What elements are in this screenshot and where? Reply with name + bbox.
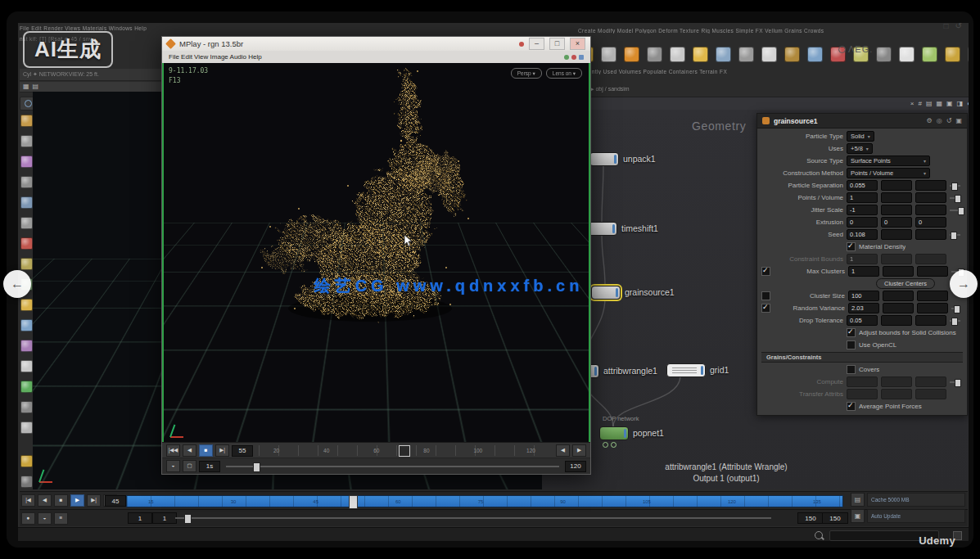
range-end-field-2[interactable]: 150 [822,512,848,524]
param-field[interactable] [881,254,912,264]
lens-mode-pill[interactable]: Lens on ▾ [546,68,582,79]
player-corner-icon[interactable]: ↺ [955,21,962,30]
param-slider[interactable] [950,317,963,325]
node-body[interactable] [599,426,629,440]
param-field[interactable] [917,303,948,313]
param-field[interactable] [917,266,948,277]
transport-button[interactable]: ■ [54,494,68,507]
network-toolbar-icon[interactable]: ● [967,101,969,107]
param-field[interactable]: 1 [848,266,879,277]
param-slider[interactable] [950,206,963,214]
playback-option-icon[interactable]: ▢ [183,460,196,472]
tool-icon[interactable] [20,299,33,311]
param-slider[interactable] [950,194,963,202]
shelf-tool-icon[interactable] [647,47,662,62]
param-field[interactable] [883,303,914,313]
tool-icon[interactable] [20,401,33,413]
param-field[interactable] [847,376,878,387]
playback-option-icon[interactable]: ◒ [38,512,52,525]
shelf-tool-icon[interactable] [784,47,800,62]
shelf-tool-icon[interactable] [624,47,639,62]
param-field[interactable]: 0.055 [847,180,878,191]
playback-range-bar[interactable]: 153045607590105120135 [126,495,843,507]
param-field[interactable] [915,205,946,215]
param-button[interactable]: Cluster Centers [876,278,935,289]
shelf-tool-icon[interactable] [807,47,823,62]
blue-tool-icon[interactable] [579,55,584,60]
tool-icon[interactable] [20,196,33,209]
close-button[interactable]: × [570,38,585,50]
transport-button[interactable]: |◀◀ [166,444,180,457]
tool-icon[interactable] [20,115,33,127]
slider-handle[interactable] [951,318,958,326]
param-dropdown[interactable]: Surface Points▾ [847,156,930,166]
param-slider[interactable] [951,304,963,313]
transport-button[interactable]: |◀ [21,494,35,507]
param-field[interactable] [883,291,914,301]
range-slider[interactable] [175,517,771,519]
node-unpack[interactable]: unpack1 [589,152,656,165]
frame-ruler[interactable]: 20406080100120 [259,445,550,456]
node-timeshift[interactable]: timeshift1 [588,222,658,235]
param-checkbox[interactable] [761,267,770,276]
video-frame[interactable]: File Edit Render Views Materials Windows… [7,11,973,548]
end-frame-field[interactable]: 120 [565,461,586,472]
tool-icon[interactable] [20,176,33,188]
param-field[interactable]: 1 [847,192,878,203]
shelf-tool-icon[interactable] [899,47,915,62]
network-path-bar[interactable]: ▸ obj / sandsim [591,86,837,92]
param-field[interactable] [915,389,946,399]
step-button[interactable]: ◀ [556,444,570,457]
param-field[interactable]: 0 [847,217,878,228]
transport-button[interactable]: ■ [199,444,213,457]
param-field[interactable]: 0 [915,217,946,228]
param-field[interactable]: 0 [881,217,912,228]
node-flags[interactable] [603,442,616,448]
tool-icon[interactable] [20,422,33,434]
previous-slide-button[interactable]: ← [3,270,31,298]
speed-field[interactable]: 1s [199,461,220,472]
pane-tab-bar[interactable]: Cyl ✦ NETWORKVIEW: 25 ft. [20,69,169,81]
shelf-tool-icon[interactable] [945,47,960,62]
slider-handle[interactable] [951,183,958,191]
range-start-field-2[interactable]: 1 [152,512,177,524]
playback-option-icon[interactable]: ≡ [54,512,68,525]
transport-button[interactable]: ◀ [183,444,196,457]
network-toolbar-icon[interactable]: ▣ [946,101,953,107]
network-toolbar-icon[interactable]: # [918,101,921,107]
param-field[interactable] [915,192,946,203]
slider-handle[interactable] [954,305,960,313]
param-field[interactable]: 1 [847,254,878,264]
param-field[interactable] [847,389,878,399]
network-toolbar-icon[interactable]: ▤ [926,101,933,107]
panel-icon[interactable]: ▣ [851,509,865,523]
main-menubar[interactable]: File Edit Render Views Materials Windows… [20,25,164,31]
network-toolbar-icon[interactable]: × [910,101,915,107]
transport-button[interactable]: ▶ [70,494,84,507]
parameter-panel-header[interactable]: grainsource1 ⚙◎↺▣ [757,114,967,128]
slider-handle[interactable] [253,462,260,472]
range-start-field[interactable]: 1 [128,512,152,524]
slider-handle[interactable] [958,207,964,215]
param-checkbox[interactable] [847,242,856,251]
maximize-button[interactable]: □ [549,38,565,50]
param-checkbox[interactable] [847,402,856,411]
param-dropdown[interactable]: Solid▾ [847,131,874,142]
panel-header-icon[interactable]: ◎ [937,118,942,124]
playback-option-icon[interactable]: ◒ [166,460,180,472]
param-field[interactable]: -1 [847,205,878,215]
network-toolbar-icon[interactable]: ▦ [936,101,942,107]
mplay-menubar[interactable]: File Edit View Image Audio Help [162,51,590,63]
param-field[interactable] [881,205,912,215]
shelf-tool-icon[interactable] [601,47,616,62]
param-field[interactable] [917,291,948,301]
current-frame-field[interactable]: 45 [105,495,126,507]
param-checkbox[interactable] [847,340,856,349]
mplay-titlebar[interactable]: MPlay - rgn 13.5br – □ × [162,37,590,51]
param-field[interactable] [915,180,946,191]
tool-icon[interactable] [20,258,33,270]
param-field[interactable]: 0.108 [847,229,878,240]
node-grid[interactable]: grid1 [666,363,729,376]
shelf-tab-row-2[interactable]: Recently Used Volumes Populate Container… [578,69,930,74]
param-slider[interactable] [950,182,963,190]
